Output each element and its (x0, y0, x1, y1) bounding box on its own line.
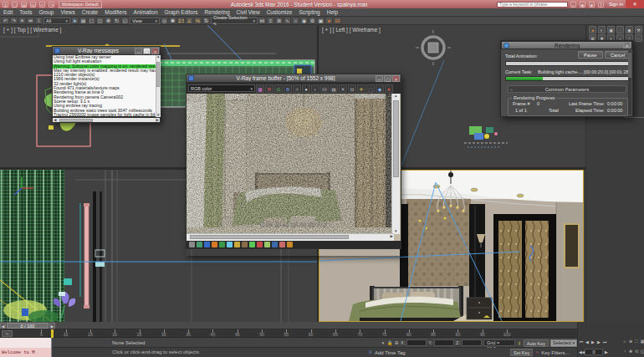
rendering-dialog[interactable]: Rendering ✕ Total Animation: Pause Cance… (500, 40, 633, 117)
menu-modifiers[interactable]: Modifiers (101, 9, 130, 15)
menu-graph-editors[interactable]: Graph Editors (161, 9, 202, 15)
green-channel-icon[interactable]: G (274, 84, 283, 93)
render-production-teapot-icon[interactable]: ● (589, 26, 596, 33)
save-image-icon[interactable]: ⛁ (320, 84, 329, 93)
menu-edit[interactable]: Edit (0, 9, 16, 15)
save-file-icon[interactable]: ⛁ (30, 2, 36, 8)
frame-forward-icon[interactable]: ▶ (604, 349, 609, 356)
vfb-maximize-button[interactable]: ▢ (384, 75, 391, 82)
snaps-toggle-icon[interactable]: 2.5 (177, 17, 185, 24)
time-slider-handle[interactable]: 0 / 100 (7, 323, 49, 329)
vfb-close-button[interactable]: ✕ (392, 75, 400, 82)
vfb-rendered-image[interactable]: ▲ ▼ ▶ (186, 94, 401, 241)
material-editor-corner-icon[interactable]: ◉ (626, 26, 633, 33)
common-parameters-rollout[interactable]: − Common Parameters (508, 85, 626, 93)
viewport-left-label[interactable]: [ + ] [ Left ] [ Wireframe ] (322, 27, 381, 33)
select-and-manipulate-icon[interactable]: ✱ (169, 17, 176, 24)
reference-coordinate-dropdown[interactable]: View▾ (130, 18, 160, 24)
vfb-clear-icon[interactable] (189, 242, 195, 247)
coord-field-z[interactable] (462, 339, 482, 346)
select-by-name-icon[interactable]: ▤ (79, 17, 87, 24)
vfb-save-history-icon[interactable] (197, 242, 202, 247)
menu-scripting[interactable]: Scripting (295, 9, 323, 15)
duplicate-to-host-icon[interactable]: ⧉ (348, 84, 356, 93)
monochrome-icon[interactable]: ○ (293, 84, 301, 93)
vray-frame-buffer-window[interactable]: V-Ray frame buffer - [50% of 1552 x 998]… (186, 74, 401, 256)
key-mode-dropdown[interactable]: Selected▾ (550, 339, 577, 347)
material-editor-icon[interactable]: ◉ (300, 17, 308, 24)
coord-field-x[interactable] (406, 339, 427, 346)
new-scene-icon[interactable]: ▢ (12, 2, 18, 8)
macro-recorder-line[interactable] (0, 338, 52, 348)
key-filters-button[interactable]: Key Filters... (541, 350, 569, 355)
rendered-frame-icon[interactable]: ▣ (607, 26, 615, 33)
undo-icon[interactable]: ↶ (2, 17, 9, 24)
vfb-color-balance-icon[interactable] (264, 242, 270, 247)
open-file-icon[interactable]: ▤ (21, 2, 27, 8)
window-crossing-icon[interactable]: ◫ (96, 17, 104, 24)
toolbox-icon[interactable]: ⚒ (635, 26, 642, 33)
red-channel-icon[interactable]: R (265, 84, 273, 93)
vray-messages-list[interactable]: Using Intel Embree ray serverUsing full … (52, 55, 161, 117)
workspace-selector[interactable]: Workspace: Default (59, 1, 102, 8)
rendered-frame-window-icon[interactable]: ▣ (317, 17, 325, 24)
grayscale-icon[interactable]: ◐ (311, 84, 319, 93)
vfb-white-balance-icon[interactable] (249, 242, 255, 247)
clear-image-icon[interactable]: ✕ (339, 84, 347, 93)
percent-snap-icon[interactable]: % (194, 17, 202, 24)
zoom-all-icon[interactable]: ⊕ (628, 338, 633, 345)
previous-frame-icon[interactable]: ◀ (585, 339, 590, 346)
messages-vscrollbar[interactable]: ▲ ▼ (156, 55, 161, 117)
render-iterative-icon[interactable]: ◐ (598, 26, 606, 33)
favorites-star-icon[interactable]: ★ (589, 2, 595, 8)
mirror-icon[interactable]: ⋈ (258, 17, 266, 24)
render-last-icon[interactable]: ◆ (376, 84, 384, 93)
field-of-view-icon[interactable]: ◔ (622, 348, 627, 355)
vfb-show-history-icon[interactable] (204, 242, 210, 247)
maximize-viewport-icon[interactable]: ◱ (640, 348, 644, 355)
communication-center-icon[interactable]: ◈ (580, 2, 585, 8)
close-button[interactable]: ✕ (151, 48, 159, 54)
isolate-selection-icon[interactable]: ▾ (381, 339, 386, 347)
scroll-up-icon[interactable]: ▲ (156, 54, 160, 59)
rectangular-selection-region-icon[interactable]: ▢ (88, 17, 95, 24)
layer-manager-icon[interactable]: ≣ (275, 17, 283, 24)
menu-create[interactable]: Create (79, 9, 102, 15)
menu-animation[interactable]: Animation (130, 9, 161, 15)
unlink-selection-icon[interactable]: ⚮ (27, 17, 34, 24)
messages-hscrollbar[interactable]: ◀ ▶ (52, 117, 161, 123)
select-and-link-icon[interactable]: ⚭ (18, 17, 26, 24)
next-frame-icon[interactable]: ▶ (596, 339, 601, 346)
vfb-ab-vertical-icon[interactable] (219, 242, 225, 247)
menu-views[interactable]: Views (57, 9, 78, 15)
vfb-scroll-up-icon[interactable]: ▲ (394, 94, 397, 99)
menu-customize[interactable]: Customize (263, 9, 296, 15)
channel-swatch-icon[interactable]: ▩ (256, 84, 264, 93)
pan-view-icon[interactable]: ✥ (628, 348, 633, 355)
more-tools-icon[interactable]: ⋯ (635, 34, 642, 42)
rendering-close-button[interactable]: ✕ (623, 42, 631, 48)
region-render-icon[interactable]: ⬚ (366, 84, 375, 93)
selection-filter-dropdown[interactable]: All▾ (43, 18, 70, 24)
time-slider-left-icon[interactable]: ◀ (0, 323, 6, 329)
search-icon[interactable]: ⌕ (570, 2, 576, 8)
select-and-move-icon[interactable]: ✥ (105, 17, 112, 24)
time-slider[interactable]: ◀ 0 / 100 ▶ (0, 322, 577, 329)
coord-field-y[interactable] (434, 339, 454, 346)
vray-messages-titlebar[interactable]: V-Ray messages ─ ▢ ✕ (52, 46, 161, 55)
load-image-icon[interactable]: ▤ (330, 84, 338, 93)
alpha-channel-icon[interactable]: ● (302, 84, 310, 93)
a360-render-icon[interactable]: ◌ (616, 26, 624, 33)
select-and-rotate-icon[interactable]: ↻ (113, 17, 120, 24)
vfb-titlebar[interactable]: V-Ray frame buffer - [50% of 1552 x 998]… (186, 74, 401, 83)
zoom-extents-all-icon[interactable]: ▦ (640, 338, 644, 345)
viewport-top-label[interactable]: [ + ] [ Top ] [ Wireframe ] (3, 27, 61, 33)
blue-channel-icon[interactable]: B (284, 84, 292, 93)
vfb-lens-effects-icon[interactable] (287, 242, 293, 247)
vfb-hue-saturation-icon[interactable] (257, 242, 263, 247)
angle-snap-icon[interactable]: ∠ (186, 17, 193, 24)
track-mouse-icon[interactable]: ✛ (357, 84, 365, 93)
curve-editor-icon[interactable]: ∿ (284, 17, 291, 24)
time-configuration-icon[interactable]: ⚷ (517, 339, 522, 347)
vfb-scroll-down-icon[interactable]: ▼ (394, 229, 397, 234)
